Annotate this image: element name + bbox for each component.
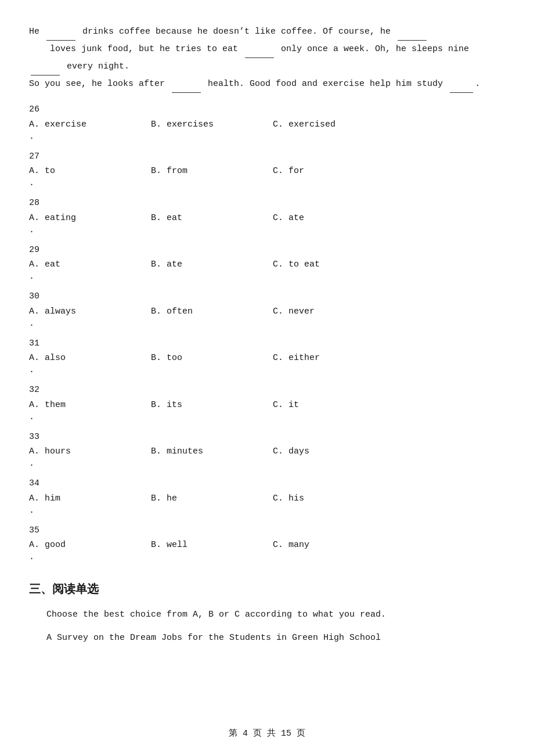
option-31-b: B. too [151,350,273,366]
section-title: 三、阅读单选 [29,581,505,597]
question-number-31: 31 [29,337,505,351]
dot-28: . [29,226,505,235]
option-29-b: B. ate [151,257,273,272]
question-number-35: 35 [29,524,505,538]
option-34-b: B. he [151,491,273,506]
option-29-c: C. to eat [273,257,395,272]
options-row-35: A. good B. well C. many [29,537,505,553]
dot-32: . [29,413,505,422]
question-number-26: 26 [29,103,505,117]
question-number-28: 28 [29,197,505,210]
reading-title: A Survey on the Dream Jobs for the Stude… [29,629,505,647]
option-26-c: C. exercised [273,117,395,132]
option-26-a: A. exercise [29,117,151,132]
option-33-b: B. minutes [151,444,273,459]
option-33-c: C. days [273,444,395,459]
question-29: 29 A. eat B. ate C. to eat . [29,244,505,284]
option-32-c: C. it [273,397,395,413]
question-35: 35 A. good B. well C. many . [29,524,505,564]
option-35-c: C. many [273,537,395,553]
option-31-a: A. also [29,350,151,366]
question-number-27: 27 [29,150,505,164]
option-27-b: B. from [151,163,273,179]
question-number-29: 29 [29,244,505,257]
option-35-a: A. good [29,537,151,553]
options-row-29: A. eat B. ate C. to eat [29,257,505,272]
question-33: 33 A. hours B. minutes C. days . [29,431,505,471]
options-row-28: A. eating B. eat C. ate [29,210,505,226]
dot-29: . [29,272,505,281]
option-31-c: C. either [273,350,395,366]
option-34-a: A. him [29,491,151,506]
question-number-32: 32 [29,384,505,397]
option-27-c: C. for [273,163,395,179]
option-28-c: C. ate [273,210,395,226]
page-footer: 第 4 页 共 15 页 [0,728,534,739]
dot-34: . [29,506,505,515]
option-26-b: B. exercises [151,117,273,132]
reading-instructions: Choose the best choice from A, B or C ac… [29,606,505,624]
dot-35: . [29,553,505,561]
passage-line1: He drinks coffee because he doesn’t like… [29,23,505,41]
option-28-b: B. eat [151,210,273,226]
option-28-a: A. eating [29,210,151,226]
question-26: 26 A. exercise B. exercises C. exercised… [29,103,505,143]
options-row-30: A. always B. often C. never [29,304,505,319]
question-32: 32 A. them B. its C. it . [29,384,505,424]
dot-33: . [29,459,505,468]
passage: He drinks coffee because he doesn’t like… [29,23,505,93]
option-34-c: C. his [273,491,395,506]
options-row-32: A. them B. its C. it [29,397,505,413]
question-number-33: 33 [29,431,505,444]
option-30-a: A. always [29,304,151,319]
question-number-34: 34 [29,477,505,491]
question-34: 34 A. him B. he C. his . [29,477,505,517]
options-row-33: A. hours B. minutes C. days [29,444,505,459]
options-row-27: A. to B. from C. for [29,163,505,179]
dot-30: . [29,319,505,328]
question-27: 27 A. to B. from C. for . [29,150,505,190]
option-30-c: C. never [273,304,395,319]
option-29-a: A. eat [29,257,151,272]
question-28: 28 A. eating B. eat C. ate . [29,197,505,237]
questions-section: 26 A. exercise B. exercises C. exercised… [29,103,505,564]
dot-31: . [29,366,505,375]
options-row-26: A. exercise B. exercises C. exercised [29,117,505,132]
option-32-a: A. them [29,397,151,413]
options-row-34: A. him B. he C. his [29,491,505,506]
option-27-a: A. to [29,163,151,179]
dot-27: . [29,179,505,188]
options-row-31: A. also B. too C. either [29,350,505,366]
option-35-b: B. well [151,537,273,553]
question-31: 31 A. also B. too C. either . [29,337,505,377]
question-30: 30 A. always B. often C. never . [29,290,505,330]
question-number-30: 30 [29,290,505,304]
passage-line3: So you see, he looks after health. Good … [29,75,505,93]
option-32-b: B. its [151,397,273,413]
option-33-a: A. hours [29,444,151,459]
option-30-b: B. often [151,304,273,319]
passage-line2: loves junk food, but he tries to eat onl… [29,41,505,75]
dot-26: . [29,132,505,141]
